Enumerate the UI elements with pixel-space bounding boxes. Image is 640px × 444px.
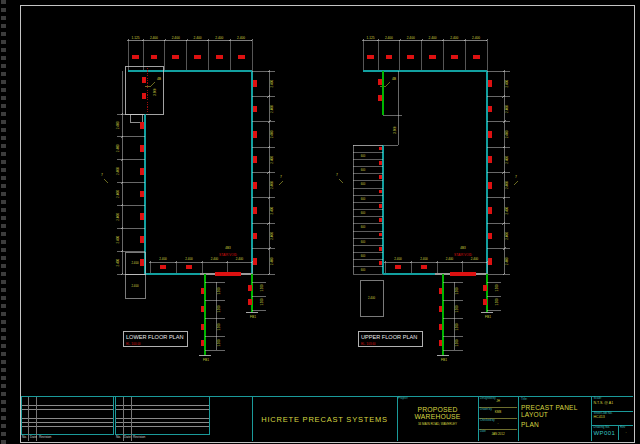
panel-mark <box>379 218 382 222</box>
scale-row: Scale: N.T.S. @ A1 <box>592 397 633 412</box>
right-dim-text: 2.400 <box>505 181 509 189</box>
rev-col-revision: Revision <box>39 435 51 439</box>
right-dim-text: 2.400 <box>270 181 274 189</box>
note-ref-text: 4B3 <box>460 246 466 250</box>
left-dim-text: 2.400 <box>116 213 120 221</box>
right-dim-text: 2.400 <box>505 130 509 138</box>
panel-mark <box>253 131 256 138</box>
panel-mark <box>238 55 245 58</box>
ladder-dim-text: 600 <box>361 182 366 186</box>
shaft-dim-text: 3.600 <box>393 126 397 134</box>
right-dim-text: 2.400 <box>505 105 509 113</box>
panel-mark <box>248 299 251 306</box>
right-dim-text: 2.400 <box>505 232 509 240</box>
top-dim-text: 2.400 <box>450 36 458 40</box>
corridor-dim-text: 1.200 <box>217 305 221 312</box>
bottom-dim-text: 2.400 <box>471 257 479 261</box>
panel-mark <box>439 288 442 295</box>
room-dim-text: 2.400 <box>368 296 375 300</box>
ladder-dim-text: 600 <box>361 225 366 229</box>
company-name: HICRETE PRECAST SYSTEMS <box>252 397 397 441</box>
panel-mark <box>151 55 158 58</box>
panel-mark <box>186 265 193 268</box>
panel-mark <box>140 236 143 243</box>
job-number-value: HC413 <box>594 415 632 419</box>
right-dim-text: 2.400 <box>270 105 274 113</box>
scale-value: N.T.S. @ A1 <box>594 401 632 405</box>
panel-mark <box>429 55 436 58</box>
project-block: Project: PROPOSED WAREHOUSE 34 MAIN ROAD… <box>398 397 477 441</box>
job-row: Sheet/Job No. HC413 <box>592 412 633 427</box>
note-marker: 4B <box>157 77 162 81</box>
panel-mark <box>201 324 204 331</box>
bottom-dim-text: 2.400 <box>236 257 244 261</box>
revision-cell: Rev - <box>618 426 633 440</box>
left-dim-text: 2.400 <box>116 121 120 129</box>
panel-mark <box>451 55 458 58</box>
designed-by-value: JH <box>480 400 516 403</box>
opening-highlight <box>450 272 476 276</box>
ladder-dim-text: 600 <box>361 240 366 244</box>
corridor-dim-text: 1.200 <box>217 323 221 330</box>
rev-col-date: Date <box>124 435 131 439</box>
panel-mark <box>248 285 251 292</box>
revision-value: - <box>620 430 632 434</box>
panel-mark <box>253 182 256 189</box>
panel-mark <box>488 80 491 87</box>
panel-mark <box>439 306 442 313</box>
plan-label-text: UPPER FLOOR PLAN <box>361 334 417 340</box>
panel-mark <box>421 265 428 268</box>
panel-mark <box>488 233 491 240</box>
panel-tag: FB1 <box>250 315 256 319</box>
room-dim-text: 2.400 <box>132 261 139 265</box>
panel-mark <box>140 168 143 175</box>
rev-col-no: No. <box>116 435 121 439</box>
opening-highlight <box>215 272 241 276</box>
panel-mark <box>367 55 374 58</box>
panel-mark <box>253 207 256 214</box>
corridor-dim-text: 1.200 <box>455 323 459 330</box>
panel-mark <box>194 55 201 58</box>
panel-mark <box>140 191 143 198</box>
date-value: JAN 2012 <box>480 433 516 436</box>
top-dim-text: 2.400 <box>237 36 245 40</box>
left-dim-text: 2.400 <box>116 190 120 198</box>
ladder-dim-text: 600 <box>361 211 366 215</box>
corridor-dim-text: 1.200 <box>217 339 221 346</box>
upper-floor-plan-drawing: 1.1252.4002.4002.4002.4002.4004B2.4002.4… <box>330 30 530 370</box>
right-dim-text: 2.400 <box>505 206 509 214</box>
panel-mark <box>379 261 382 265</box>
bottom-dim-text: 2.400 <box>446 257 454 261</box>
panel-mark <box>395 265 402 268</box>
step-outline <box>130 114 142 122</box>
panel-mark <box>253 106 256 113</box>
signatories-block: Designed by JH Drawn by KMB Checked by -… <box>479 397 517 441</box>
plan-elevation-text: EL. 100.00 <box>126 342 141 346</box>
bottom-dim-text: 2.400 <box>420 257 428 261</box>
panel-mark <box>386 55 393 58</box>
bottom-dim-text: 2.400 <box>394 257 402 261</box>
drawing-title-line2: PLAN <box>521 421 593 428</box>
panel-tag: FB1 <box>441 358 447 362</box>
note-marker: 4B <box>392 77 397 81</box>
top-dim-text: 2.400 <box>472 36 480 40</box>
panel-mark <box>488 106 491 113</box>
panel-mark <box>140 122 143 129</box>
right-dim-text: 2.400 <box>270 130 274 138</box>
note-leader <box>279 181 283 185</box>
panel-mark <box>142 77 145 84</box>
panel-mark <box>488 258 491 265</box>
right-dim-text: 2.400 <box>270 232 274 240</box>
panel-mark <box>201 306 204 313</box>
room-dim-text: 2.400 <box>132 284 139 288</box>
panel-mark <box>473 55 480 58</box>
drawing-number-row: Drawing No. WP001 Rev - <box>592 426 633 440</box>
checked-by-value: - <box>480 422 516 425</box>
panel-tag: FB1 <box>203 358 209 362</box>
right-dim-text: 2.400 <box>270 257 274 265</box>
corridor-dim-text: 1.200 <box>455 287 459 294</box>
left-dim-text: 2.400 <box>116 167 120 175</box>
corridor-dim-text: 1.200 <box>455 305 459 312</box>
ladder-dim-text: 600 <box>361 168 366 172</box>
top-dim-text: 2.400 <box>385 36 393 40</box>
